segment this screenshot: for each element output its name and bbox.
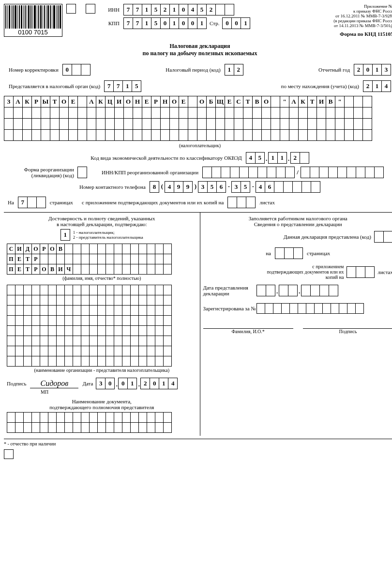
opt1-label: 1 - налогоплательщик; (73, 230, 143, 235)
lastname-field[interactable]: СИДОРОВ (7, 244, 197, 254)
right-on: на (266, 250, 271, 256)
correction-field[interactable]: 0 (62, 64, 90, 76)
firstname-field[interactable]: ПЕТР (7, 254, 197, 264)
year-label: Отчетный год (318, 67, 350, 73)
right-att2: подтверждающих документов или их (267, 269, 344, 275)
form-subtitle: по налогу на добычу полезных ископаемых (4, 50, 392, 57)
svg-rect-16 (37, 5, 37, 29)
pages-field[interactable]: 7 (18, 197, 46, 208)
phone-field[interactable]: 8(499)356-35-46 (150, 181, 320, 193)
reorg-field[interactable] (77, 167, 87, 178)
org-name-grid[interactable]: ЗАКРЫТОЕАКЦИОНЕРНОЕОБЩЕСТВО"АКТИВ" (4, 96, 392, 141)
svg-rect-11 (27, 5, 27, 29)
right-h1: Заполняется работником налогового органа (203, 215, 392, 221)
right-h2: Сведения о представлении декларации (203, 221, 392, 227)
svg-rect-14 (32, 5, 33, 29)
right-code-label: Данная декларация представлена (код) (284, 234, 371, 240)
right-pages-label: страницах (307, 250, 330, 256)
right-sheets-field[interactable] (347, 266, 375, 278)
inn-field[interactable]: 7715210452 (123, 4, 234, 15)
inn-label: ИНН (105, 7, 120, 13)
stamp-label: МП (41, 389, 197, 395)
right-reg-field[interactable] (256, 303, 364, 314)
svg-rect-23 (50, 5, 51, 29)
sheets-field[interactable] (227, 197, 256, 208)
barcode-icon: 0100 7015 (4, 4, 62, 37)
attach-label: с приложением подтверждающих документов … (82, 199, 224, 205)
on-label: На (8, 199, 14, 205)
okved-label: Код вида экономической деятельности по к… (90, 155, 241, 161)
svg-rect-19 (43, 5, 43, 29)
right-code-field[interactable] (374, 231, 392, 243)
fio-hint: (фамилия, имя, отчество* полностью) (7, 276, 197, 281)
right-date-label: Дата представления декларации (203, 285, 256, 296)
signature-value: Сидоров (41, 379, 69, 387)
svg-text:0100 7015: 0100 7015 (18, 29, 47, 35)
form-title: Налоговая декларация (4, 43, 392, 50)
sign-label: Подпись (7, 381, 26, 386)
page-field: 001 (222, 17, 250, 29)
signer-type-field[interactable]: 1 (60, 229, 70, 241)
location-field[interactable]: 214 (363, 80, 391, 92)
correction-label: Номер корректировки (9, 67, 59, 73)
pages-label: страницах (50, 199, 73, 205)
svg-rect-13 (30, 5, 31, 29)
period-label: Налоговый период (код) (166, 67, 220, 73)
kpp-label: КПП (105, 20, 120, 26)
checkbox-1[interactable] (66, 4, 76, 14)
reorg-kpp-field[interactable] (301, 167, 384, 178)
period-field[interactable]: 12 (225, 64, 243, 76)
footnote: * - отчество при наличии (4, 441, 56, 446)
middlename-field[interactable]: ПЕТРОВИЧ (7, 264, 197, 275)
location-label: по месту нахождения (учета) (код) (281, 83, 360, 89)
tax-org-label: Представляется в налоговый орган (код) (9, 83, 100, 89)
svg-rect-26 (56, 5, 57, 29)
svg-rect-5 (15, 5, 16, 29)
okved-field[interactable]: 45.11.2 (246, 152, 309, 164)
svg-rect-6 (17, 5, 18, 29)
reorg-label: Форма реорганизации (ликвидация) (код) (16, 167, 74, 178)
checkbox-2[interactable] (86, 4, 95, 14)
kpp-field[interactable]: 771501001 (123, 17, 207, 29)
right-fio-label: Фамилия, И.О.* (203, 329, 293, 334)
org-rep-hint: (наименование организации - представител… (7, 368, 197, 373)
right-pages-field[interactable] (275, 247, 303, 259)
phone-label: Номер контактного телефона (79, 184, 146, 190)
svg-rect-21 (46, 5, 46, 29)
svg-rect-1 (7, 5, 8, 29)
page-label: Стр. (210, 20, 219, 26)
svg-rect-12 (28, 5, 30, 29)
svg-rect-18 (40, 5, 42, 29)
reorg-inn-field[interactable] (202, 167, 295, 178)
appendix-info: Приложение № 1 к приказу ФНС России от 1… (333, 4, 392, 37)
confirm-text-2: в настоящей декларации, подтверждаю: (7, 221, 197, 227)
doc-grid[interactable] (7, 412, 197, 423)
rep-org-grid[interactable] (7, 285, 197, 367)
right-att1: с приложением (267, 264, 344, 269)
doc-name-2: подтверждающего полномочия представителя (7, 404, 197, 410)
svg-rect-20 (44, 5, 45, 29)
svg-rect-27 (58, 5, 59, 29)
right-sign-label: Подпись (303, 329, 392, 334)
svg-rect-3 (11, 5, 12, 29)
right-sheets-label: листах (377, 269, 392, 275)
svg-rect-8 (21, 5, 22, 29)
year-field[interactable]: 2013 (354, 64, 391, 76)
svg-rect-24 (52, 5, 52, 29)
opt2-label: 2 - представитель налогоплательщика (73, 235, 143, 240)
sign-date-field[interactable]: 30.01.2014 (96, 378, 178, 389)
svg-rect-4 (13, 5, 14, 29)
confirm-text-1: Достоверность и полноту сведений, указан… (7, 215, 197, 221)
right-reg-label: Зарегистрирована за № (203, 306, 256, 311)
svg-rect-22 (47, 5, 49, 29)
taxpayer-label: (налогоплательщик) (4, 143, 392, 148)
checkbox-bottom[interactable] (4, 449, 14, 459)
doc-name-1: Наименование документа, (7, 398, 197, 404)
reorg-inn-label: ИНН/КПП реорганизованной организации (102, 169, 198, 175)
svg-rect-7 (19, 5, 20, 29)
svg-rect-10 (25, 5, 26, 29)
sheets-label: листах (259, 199, 275, 205)
right-date-field[interactable]: .. (256, 285, 338, 296)
svg-rect-9 (23, 5, 24, 29)
tax-org-field[interactable]: 7715 (104, 80, 141, 92)
